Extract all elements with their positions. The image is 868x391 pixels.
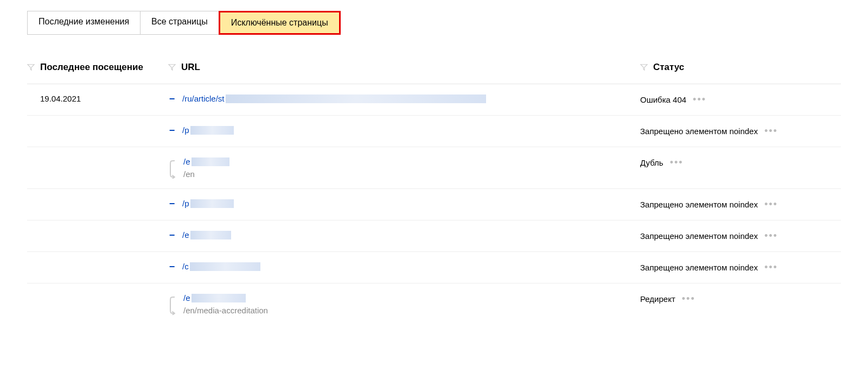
table-row: 19.04.2021−/ru/article/stОшибка 404••• <box>27 84 841 115</box>
redirect-icon <box>168 159 178 179</box>
redacted-segment <box>190 262 260 271</box>
minus-icon: − <box>168 199 176 209</box>
more-icon[interactable]: ••• <box>764 125 778 137</box>
redirect-target[interactable]: /en/media-accreditation <box>183 306 268 315</box>
url-cell: −/ru/article/st <box>168 94 640 104</box>
table-body: 19.04.2021−/ru/article/stОшибка 404•••−/… <box>27 84 841 325</box>
redacted-segment <box>192 294 246 302</box>
redacted-segment <box>190 231 231 239</box>
status-cell: Редирект••• <box>640 293 841 305</box>
column-header-date[interactable]: Последнее посещение <box>40 62 143 73</box>
table-row: −/pЗапрещено элементом noindex••• <box>27 188 841 220</box>
url-link[interactable]: /ru/article/st <box>182 94 486 103</box>
minus-icon: − <box>168 125 176 135</box>
redacted-segment <box>192 157 229 166</box>
status-text: Дубль <box>640 158 663 167</box>
status-text: Запрещено элементом noindex <box>640 127 758 136</box>
status-text: Запрещено элементом noindex <box>640 263 758 272</box>
url-cell: /e/en <box>168 157 640 179</box>
table-row: −/pЗапрещено элементом noindex••• <box>27 115 841 147</box>
url-cell: −/p <box>168 199 640 209</box>
table-row: −/cЗапрещено элементом noindex••• <box>27 251 841 283</box>
redacted-segment <box>190 126 234 135</box>
url-cell: /e/en/media-accreditation <box>168 293 640 315</box>
redirect-target[interactable]: /en <box>183 169 229 179</box>
minus-icon: − <box>168 262 176 272</box>
url-link[interactable]: /p <box>182 199 234 208</box>
status-text: Запрещено элементом noindex <box>640 231 758 241</box>
status-text: Ошибка 404 <box>640 95 686 104</box>
status-text: Редирект <box>640 294 675 304</box>
table-header: Последнее посещение URL Статус <box>27 56 841 84</box>
minus-icon: − <box>168 94 176 104</box>
url-link[interactable]: /c <box>182 262 260 271</box>
url-cell: −/c <box>168 262 640 272</box>
redacted-segment <box>226 94 486 103</box>
url-cell: −/p <box>168 125 640 135</box>
filter-icon[interactable] <box>640 64 648 71</box>
status-text: Запрещено элементом noindex <box>640 200 758 209</box>
url-link[interactable]: /e <box>183 157 229 166</box>
redacted-segment <box>190 199 234 208</box>
status-cell: Дубль••• <box>640 157 841 168</box>
column-header-status[interactable]: Статус <box>653 62 684 73</box>
tabs-bar: Последние изменения Все страницы Исключё… <box>27 11 841 35</box>
filter-icon[interactable] <box>168 64 176 71</box>
url-link[interactable]: /p <box>182 125 234 135</box>
minus-icon: − <box>168 230 176 240</box>
status-cell: Запрещено элементом noindex••• <box>640 199 841 210</box>
table-row: /e/enДубль••• <box>27 147 841 188</box>
table-row: −/eЗапрещено элементом noindex••• <box>27 220 841 251</box>
status-cell: Запрещено элементом noindex••• <box>640 262 841 273</box>
url-link[interactable]: /e <box>182 230 231 239</box>
more-icon[interactable]: ••• <box>764 199 778 210</box>
tab-all-pages[interactable]: Все страницы <box>140 11 219 35</box>
status-cell: Запрещено элементом noindex••• <box>640 230 841 242</box>
table-row: /e/en/media-accreditationРедирект••• <box>27 283 841 325</box>
more-icon[interactable]: ••• <box>682 293 695 305</box>
more-icon[interactable]: ••• <box>764 262 778 273</box>
filter-icon[interactable] <box>27 64 35 71</box>
url-link[interactable]: /e <box>183 293 268 302</box>
date-cell: 19.04.2021 <box>27 94 168 103</box>
more-icon[interactable]: ••• <box>693 94 706 105</box>
tab-excluded-pages[interactable]: Исключённые страницы <box>219 11 341 35</box>
status-cell: Запрещено элементом noindex••• <box>640 125 841 137</box>
column-header-url[interactable]: URL <box>181 62 200 73</box>
tab-recent-changes[interactable]: Последние изменения <box>27 11 141 35</box>
url-cell: −/e <box>168 230 640 240</box>
status-cell: Ошибка 404••• <box>640 94 841 105</box>
redirect-icon <box>168 295 178 315</box>
more-icon[interactable]: ••• <box>670 157 684 168</box>
more-icon[interactable]: ••• <box>764 230 778 242</box>
